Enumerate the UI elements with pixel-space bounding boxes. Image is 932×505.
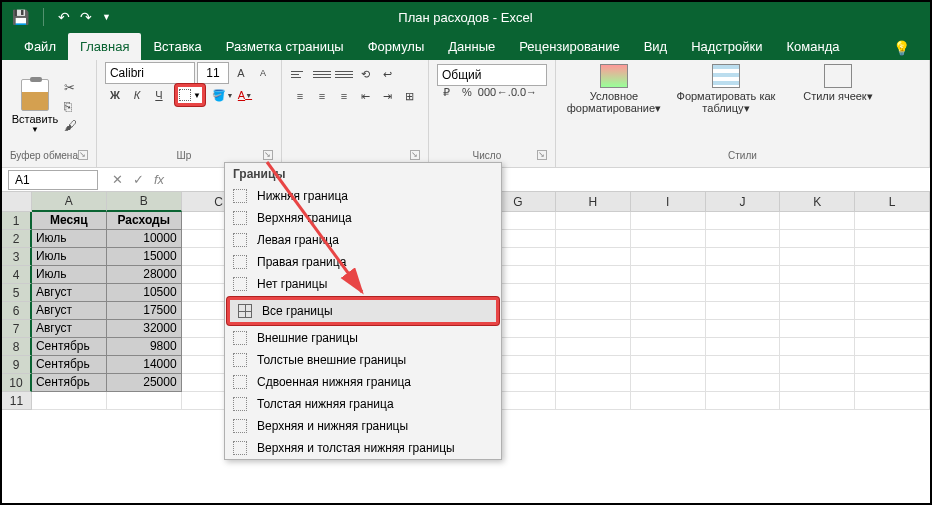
cell[interactable]: 25000 <box>107 374 182 392</box>
cell[interactable] <box>631 374 706 392</box>
percent-icon[interactable]: % <box>457 82 477 102</box>
qat-dropdown-icon[interactable]: ▼ <box>102 12 111 22</box>
cell[interactable] <box>855 230 930 248</box>
cell[interactable] <box>706 392 781 410</box>
col-header-J[interactable]: J <box>706 192 781 212</box>
align-center-icon[interactable]: ≡ <box>312 86 332 106</box>
cell[interactable] <box>706 320 781 338</box>
cell[interactable] <box>556 230 631 248</box>
borders-button[interactable]: ▼ <box>175 84 205 106</box>
row-header[interactable]: 5 <box>2 284 32 302</box>
cell[interactable]: Июль <box>32 248 107 266</box>
cell[interactable]: Август <box>32 320 107 338</box>
cell[interactable] <box>556 320 631 338</box>
cell[interactable] <box>780 284 855 302</box>
borders-menu-item[interactable]: Толстая нижняя граница <box>225 393 501 415</box>
row-header[interactable]: 8 <box>2 338 32 356</box>
cell[interactable] <box>780 266 855 284</box>
save-icon[interactable]: 💾 <box>12 9 29 25</box>
cell[interactable] <box>780 212 855 230</box>
cell[interactable] <box>631 302 706 320</box>
comma-icon[interactable]: 000 <box>477 82 497 102</box>
cell[interactable]: Август <box>32 284 107 302</box>
tab-page-layout[interactable]: Разметка страницы <box>214 33 356 60</box>
cell[interactable]: Расходы <box>107 212 182 230</box>
cell[interactable] <box>706 302 781 320</box>
cell[interactable]: 14000 <box>107 356 182 374</box>
col-header-B[interactable]: B <box>107 192 182 212</box>
currency-icon[interactable]: ₽ <box>437 82 457 102</box>
cell[interactable]: Месяц <box>32 212 107 230</box>
cell[interactable] <box>780 320 855 338</box>
tab-data[interactable]: Данные <box>436 33 507 60</box>
col-header-I[interactable]: I <box>631 192 706 212</box>
wrap-text-icon[interactable]: ↩ <box>378 64 398 84</box>
tab-view[interactable]: Вид <box>632 33 680 60</box>
borders-menu-item[interactable]: Сдвоенная нижняя граница <box>225 371 501 393</box>
align-top-icon[interactable] <box>290 64 310 84</box>
font-launcher[interactable]: ↘ <box>263 150 273 160</box>
increase-indent-icon[interactable]: ⇥ <box>378 86 398 106</box>
col-header-A[interactable]: A <box>32 192 107 212</box>
cell[interactable]: 32000 <box>107 320 182 338</box>
format-as-table-button[interactable]: Форматировать как таблицу▾ <box>676 64 776 115</box>
cell[interactable] <box>32 392 107 410</box>
borders-menu-item[interactable]: Левая граница <box>225 229 501 251</box>
cell[interactable]: Сентябрь <box>32 374 107 392</box>
tab-file[interactable]: Файл <box>12 33 68 60</box>
cell[interactable]: 9800 <box>107 338 182 356</box>
cell[interactable]: 10000 <box>107 230 182 248</box>
cell[interactable]: Сентябрь <box>32 356 107 374</box>
row-header[interactable]: 3 <box>2 248 32 266</box>
align-bottom-icon[interactable] <box>334 64 354 84</box>
cell[interactable]: 10500 <box>107 284 182 302</box>
cell[interactable] <box>855 392 930 410</box>
decrease-font-icon[interactable]: A <box>253 63 273 83</box>
conditional-formatting-button[interactable]: Условное форматирование▾ <box>564 64 664 115</box>
copy-icon[interactable]: ⎘ <box>64 99 77 114</box>
cell[interactable] <box>855 356 930 374</box>
cell[interactable] <box>631 248 706 266</box>
cell[interactable] <box>706 356 781 374</box>
cell[interactable]: Сентябрь <box>32 338 107 356</box>
cell[interactable]: 17500 <box>107 302 182 320</box>
cell[interactable] <box>706 212 781 230</box>
clipboard-launcher[interactable]: ↘ <box>78 150 88 160</box>
cell[interactable] <box>556 356 631 374</box>
borders-menu-item[interactable]: Правая граница <box>225 251 501 273</box>
number-launcher[interactable]: ↘ <box>537 150 547 160</box>
cell[interactable]: 28000 <box>107 266 182 284</box>
cell[interactable] <box>706 284 781 302</box>
decrease-decimal-icon[interactable]: .0→ <box>517 82 537 102</box>
borders-menu-item[interactable]: Все границы <box>227 297 499 325</box>
tab-team[interactable]: Команда <box>775 33 852 60</box>
cell[interactable] <box>631 266 706 284</box>
row-header[interactable]: 1 <box>2 212 32 230</box>
cell[interactable] <box>780 338 855 356</box>
row-header[interactable]: 9 <box>2 356 32 374</box>
cell[interactable]: Август <box>32 302 107 320</box>
tab-addins[interactable]: Надстройки <box>679 33 774 60</box>
orientation-icon[interactable]: ⟲ <box>356 64 376 84</box>
font-name-input[interactable] <box>105 62 195 84</box>
borders-menu-item[interactable]: Верхняя и толстая нижняя границы <box>225 437 501 459</box>
align-right-icon[interactable]: ≡ <box>334 86 354 106</box>
borders-menu-item[interactable]: Верхняя и нижняя границы <box>225 415 501 437</box>
cell[interactable] <box>631 392 706 410</box>
cell[interactable] <box>855 266 930 284</box>
cell[interactable] <box>855 302 930 320</box>
cell[interactable] <box>706 248 781 266</box>
align-left-icon[interactable]: ≡ <box>290 86 310 106</box>
cell[interactable] <box>780 302 855 320</box>
row-header[interactable]: 4 <box>2 266 32 284</box>
col-header-K[interactable]: K <box>780 192 855 212</box>
cell[interactable]: Июль <box>32 230 107 248</box>
bold-button[interactable]: Ж <box>105 85 125 105</box>
cell[interactable] <box>631 320 706 338</box>
decrease-indent-icon[interactable]: ⇤ <box>356 86 376 106</box>
cell[interactable]: Июль <box>32 266 107 284</box>
row-header[interactable]: 11 <box>2 392 32 410</box>
cell[interactable] <box>706 338 781 356</box>
cell[interactable] <box>631 212 706 230</box>
cell[interactable] <box>780 374 855 392</box>
